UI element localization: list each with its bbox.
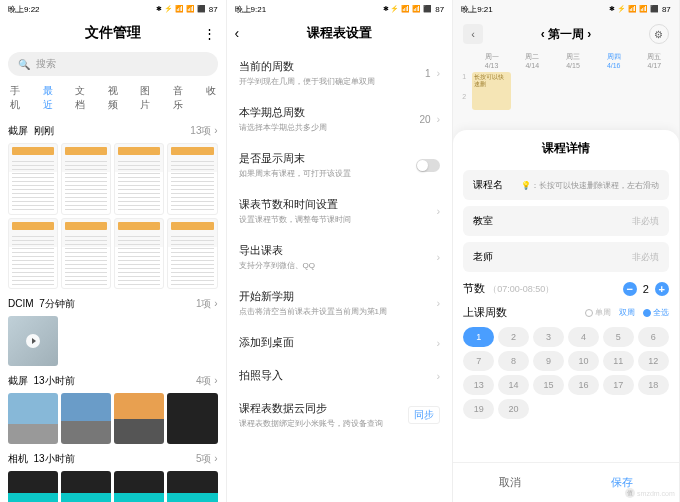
photo-thumb[interactable] [8, 393, 58, 443]
section-header[interactable]: 截屏 刚刚 13项 › [8, 122, 218, 140]
field-teacher[interactable]: 老师 非必填 [463, 242, 669, 272]
setting-current-week[interactable]: 当前的周数开学到现在几周，便于我们确定单双周 1› [239, 50, 441, 96]
tab-docs[interactable]: 文档 [75, 84, 94, 112]
sheet-title: 课程详情 [453, 140, 679, 157]
photo-thumb[interactable] [114, 471, 164, 502]
tab-video[interactable]: 视频 [108, 84, 127, 112]
status-bar: 晚上9:21 ✱ ⚡ 📶 📶 ⬛87 [227, 0, 453, 18]
week-chip[interactable]: 11 [603, 351, 634, 371]
watermark: 值 smzdm.com [625, 488, 675, 498]
option-odd-weeks[interactable]: 单周 [585, 307, 611, 318]
back-icon[interactable]: ‹ [235, 25, 240, 41]
field-course-name[interactable]: 课程名 💡：长按可以快速删除课程，左右滑动 [463, 170, 669, 200]
status-time: 晚上9:21 [461, 4, 493, 15]
week-chip[interactable]: 5 [603, 327, 634, 347]
week-chip[interactable]: 2 [498, 327, 529, 347]
week-chip[interactable]: 15 [533, 375, 564, 395]
course-detail-sheet: 课程详情 课程名 💡：长按可以快速删除课程，左右滑动 教室 非必填 老师 非必填… [453, 130, 679, 502]
week-selector[interactable]: ‹ 第一周 › [541, 26, 592, 43]
setting-export[interactable]: 导出课表支持分享到微信、QQ › [239, 234, 441, 280]
chevron-right-icon: › [437, 297, 441, 309]
week-chip[interactable]: 3 [533, 327, 564, 347]
search-icon: 🔍 [18, 59, 30, 70]
week-chip[interactable]: 12 [638, 351, 669, 371]
section-header[interactable]: 相机 13小时前 5项 › [8, 450, 218, 468]
week-chip[interactable]: 4 [568, 327, 599, 347]
video-thumb[interactable] [8, 316, 58, 366]
page-title: 文件管理 [85, 24, 141, 42]
photo-thumb[interactable] [167, 393, 217, 443]
plus-button[interactable]: + [655, 282, 669, 296]
sessions-count: 2 [643, 283, 649, 295]
setting-show-weekend[interactable]: 是否显示周末如果周末有课程，可打开该设置 [239, 142, 441, 188]
chevron-right-icon: › [437, 370, 441, 382]
week-chip[interactable]: 10 [568, 351, 599, 371]
day-header: 周二4/14 [512, 50, 553, 71]
screenshot-thumb[interactable] [61, 218, 111, 290]
week-chip[interactable]: 8 [498, 351, 529, 371]
photo-thumb[interactable] [61, 471, 111, 502]
week-chip[interactable]: 13 [463, 375, 494, 395]
week-chip[interactable]: 18 [638, 375, 669, 395]
tab-image[interactable]: 图片 [140, 84, 159, 112]
toggle-switch[interactable] [416, 159, 440, 172]
chevron-right-icon: › [437, 337, 441, 349]
screenshot-thumb[interactable] [114, 218, 164, 290]
day-header: 周四4/16 [593, 50, 634, 71]
page-title: 课程表设置 [307, 24, 372, 42]
setting-photo-import[interactable]: 拍照导入 › [239, 359, 441, 392]
week-chip[interactable]: 20 [498, 399, 529, 419]
week-chip[interactable]: 1 [463, 327, 494, 347]
minus-button[interactable]: − [623, 282, 637, 296]
tab-more[interactable]: 收 [206, 84, 216, 112]
search-input[interactable]: 🔍 搜索 [8, 52, 218, 76]
field-classroom[interactable]: 教室 非必填 [463, 206, 669, 236]
week-chip[interactable]: 9 [533, 351, 564, 371]
photo-thumb[interactable] [8, 471, 58, 502]
section-header[interactable]: DCIM 7分钟前 1项 › [8, 295, 218, 313]
chevron-right-icon: › [437, 67, 441, 79]
screenshot-thumb[interactable] [167, 218, 217, 290]
setting-new-semester[interactable]: 开始新学期点击将清空当前课表并设置当前周为第1周 › [239, 280, 441, 326]
settings-list: 当前的周数开学到现在几周，便于我们确定单双周 1› 本学期总周数请选择本学期总共… [227, 48, 453, 440]
screenshot-thumb[interactable] [8, 218, 58, 290]
chevron-right-icon: › [437, 205, 441, 217]
photo-thumb[interactable] [61, 393, 111, 443]
weeks-grid: 1 2 3 4 5 6 7 8 9 10 11 12 13 14 15 16 1… [463, 327, 669, 419]
photo-thumb[interactable] [167, 471, 217, 502]
setting-total-weeks[interactable]: 本学期总周数请选择本学期总共多少周 20› [239, 96, 441, 142]
day-header: 周五4/17 [634, 50, 675, 71]
status-bar: 晚上9:22 ✱ ⚡ 📶 📶 ⬛87 [0, 0, 226, 18]
week-chip[interactable]: 17 [603, 375, 634, 395]
setting-cloud-sync[interactable]: 课程表数据云同步课程表数据绑定到小米账号，跨设备查询 同步 [239, 392, 441, 438]
tab-phone[interactable]: 手机 [10, 84, 29, 112]
week-chip[interactable]: 7 [463, 351, 494, 371]
cancel-button[interactable]: 取消 [453, 463, 566, 502]
setting-sessions-time[interactable]: 课表节数和时间设置设置课程节数，调整每节课时间 › [239, 188, 441, 234]
sync-button[interactable]: 同步 [408, 406, 440, 424]
back-button[interactable]: ‹ [463, 24, 483, 44]
setting-add-desktop[interactable]: 添加到桌面 › [239, 326, 441, 359]
calendar-event[interactable]: 长按可以快速删 [472, 72, 511, 110]
week-chip[interactable]: 6 [638, 327, 669, 347]
week-chip[interactable]: 16 [568, 375, 599, 395]
day-header: 周三4/15 [553, 50, 594, 71]
option-even-weeks[interactable]: 双周 [619, 307, 635, 318]
screenshot-thumb[interactable] [167, 143, 217, 215]
photo-thumb[interactable] [114, 393, 164, 443]
option-all-weeks[interactable]: 全选 [643, 307, 669, 318]
section-header[interactable]: 截屏 13小时前 4项 › [8, 372, 218, 390]
chevron-right-icon: › [437, 113, 441, 125]
screenshot-thumb[interactable] [114, 143, 164, 215]
screenshot-thumb[interactable] [8, 143, 58, 215]
tab-music[interactable]: 音乐 [173, 84, 192, 112]
chevron-right-icon: › [437, 251, 441, 263]
tab-recent[interactable]: 最近 [43, 84, 62, 112]
week-chip[interactable]: 14 [498, 375, 529, 395]
screenshot-thumb[interactable] [61, 143, 111, 215]
status-bar: 晚上9:21 ✱ ⚡ 📶 📶 ⬛87 [453, 0, 679, 18]
menu-icon[interactable]: ⋮ [203, 26, 216, 41]
sessions-stepper: − 2 + [623, 282, 669, 296]
week-chip[interactable]: 19 [463, 399, 494, 419]
gear-icon[interactable]: ⚙ [649, 24, 669, 44]
